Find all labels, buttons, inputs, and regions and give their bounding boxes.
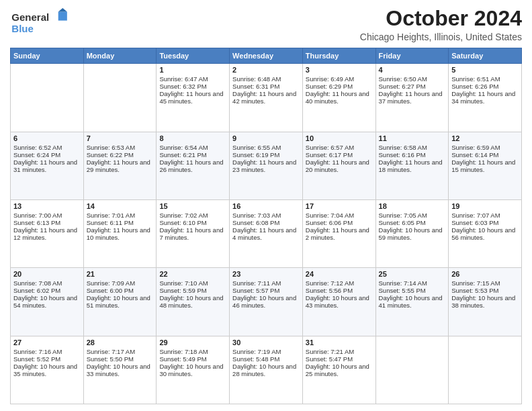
day-cell: 6Sunrise: 6:52 AMSunset: 6:24 PMDaylight…: [11, 132, 84, 199]
sunrise-text: Sunrise: 6:52 AM: [13, 144, 81, 151]
sunset-text: Sunset: 6:03 PM: [451, 219, 519, 226]
sunrise-text: Sunrise: 7:10 AM: [159, 279, 226, 287]
sunset-text: Sunset: 6:16 PM: [379, 151, 446, 158]
day-number: 6: [13, 134, 81, 142]
day-cell: 25Sunrise: 7:14 AMSunset: 5:55 PMDayligh…: [375, 268, 449, 336]
week-row-3: 13Sunrise: 7:00 AMSunset: 6:13 PMDayligh…: [11, 199, 522, 267]
day-cell: [11, 64, 84, 132]
daylight-text: Daylight: 11 hours and 12 minutes.: [13, 226, 81, 241]
day-number: 21: [87, 270, 154, 278]
sunrise-text: Sunrise: 6:51 AM: [451, 75, 519, 83]
day-cell: 21Sunrise: 7:09 AMSunset: 6:00 PMDayligh…: [83, 268, 157, 336]
day-cell: 29Sunrise: 7:18 AMSunset: 5:49 PMDayligh…: [157, 336, 230, 404]
sunset-text: Sunset: 6:31 PM: [232, 83, 300, 90]
day-cell: 7Sunrise: 6:53 AMSunset: 6:22 PMDaylight…: [83, 132, 157, 199]
daylight-text: Daylight: 11 hours and 29 minutes.: [87, 158, 154, 173]
week-row-2: 6Sunrise: 6:52 AMSunset: 6:24 PMDaylight…: [11, 132, 522, 199]
week-row-5: 27Sunrise: 7:16 AMSunset: 5:52 PMDayligh…: [11, 336, 522, 404]
sunrise-text: Sunrise: 6:54 AM: [159, 144, 226, 151]
day-cell: 30Sunrise: 7:19 AMSunset: 5:48 PMDayligh…: [230, 336, 303, 404]
col-header-thursday: Thursday: [302, 48, 375, 64]
daylight-text: Daylight: 10 hours and 28 minutes.: [232, 363, 300, 377]
day-cell: 26Sunrise: 7:15 AMSunset: 5:53 PMDayligh…: [449, 268, 522, 336]
day-number: 22: [159, 270, 226, 278]
daylight-text: Daylight: 11 hours and 45 minutes.: [159, 90, 226, 105]
day-cell: 14Sunrise: 7:01 AMSunset: 6:11 PMDayligh…: [83, 199, 157, 267]
sunset-text: Sunset: 5:55 PM: [379, 287, 446, 294]
sunset-text: Sunset: 6:08 PM: [232, 219, 300, 226]
sunrise-text: Sunrise: 6:49 AM: [306, 75, 373, 83]
sunset-text: Sunset: 6:06 PM: [306, 219, 373, 226]
day-number: 5: [451, 66, 519, 74]
sunrise-text: Sunrise: 7:12 AM: [306, 279, 373, 287]
daylight-text: Daylight: 10 hours and 51 minutes.: [87, 294, 154, 309]
day-number: 18: [379, 202, 446, 210]
page: General Blue October 2024 Chicago Height…: [0, 0, 532, 411]
sunrise-text: Sunrise: 7:16 AM: [13, 348, 81, 355]
day-cell: 5Sunrise: 6:51 AMSunset: 6:26 PMDaylight…: [449, 64, 522, 132]
daylight-text: Daylight: 11 hours and 10 minutes.: [87, 226, 154, 241]
sunrise-text: Sunrise: 7:19 AM: [232, 348, 300, 355]
day-cell: 8Sunrise: 6:54 AMSunset: 6:21 PMDaylight…: [157, 132, 230, 199]
daylight-text: Daylight: 11 hours and 40 minutes.: [306, 90, 373, 105]
sunset-text: Sunset: 6:00 PM: [87, 287, 154, 294]
logo-svg: General Blue: [10, 7, 71, 37]
day-cell: 1Sunrise: 6:47 AMSunset: 6:32 PMDaylight…: [157, 64, 230, 132]
sunrise-text: Sunrise: 6:48 AM: [232, 75, 300, 83]
header: General Blue October 2024 Chicago Height…: [10, 7, 522, 42]
daylight-text: Daylight: 10 hours and 46 minutes.: [232, 294, 300, 309]
day-number: 23: [232, 270, 300, 278]
svg-marker-1: [58, 12, 67, 21]
sunset-text: Sunset: 5:52 PM: [13, 355, 81, 363]
day-cell: 27Sunrise: 7:16 AMSunset: 5:52 PMDayligh…: [11, 336, 84, 404]
sunset-text: Sunset: 5:56 PM: [306, 287, 373, 294]
sunrise-text: Sunrise: 7:09 AM: [87, 279, 154, 287]
day-cell: [375, 336, 449, 404]
sunset-text: Sunset: 6:22 PM: [87, 151, 154, 158]
sunrise-text: Sunrise: 6:55 AM: [232, 144, 300, 151]
sunset-text: Sunset: 6:17 PM: [306, 151, 373, 158]
day-number: 16: [232, 202, 300, 210]
day-number: 19: [451, 202, 519, 210]
sunrise-text: Sunrise: 7:11 AM: [232, 279, 300, 287]
day-number: 27: [13, 338, 81, 347]
title-block: October 2024 Chicago Heights, Illinois, …: [360, 7, 522, 42]
day-cell: 13Sunrise: 7:00 AMSunset: 6:13 PMDayligh…: [11, 199, 84, 267]
day-cell: 3Sunrise: 6:49 AMSunset: 6:29 PMDaylight…: [302, 64, 375, 132]
sunset-text: Sunset: 5:49 PM: [159, 355, 226, 363]
day-number: 8: [159, 134, 226, 142]
day-cell: 15Sunrise: 7:02 AMSunset: 6:10 PMDayligh…: [157, 199, 230, 267]
sunset-text: Sunset: 6:13 PM: [13, 219, 81, 226]
daylight-text: Daylight: 10 hours and 54 minutes.: [13, 294, 81, 309]
daylight-text: Daylight: 11 hours and 20 minutes.: [306, 158, 373, 173]
sunrise-text: Sunrise: 7:21 AM: [306, 348, 373, 355]
day-cell: 2Sunrise: 6:48 AMSunset: 6:31 PMDaylight…: [230, 64, 303, 132]
day-number: 9: [232, 134, 300, 142]
day-number: 13: [13, 202, 81, 210]
daylight-text: Daylight: 10 hours and 43 minutes.: [306, 294, 373, 309]
daylight-text: Daylight: 10 hours and 59 minutes.: [379, 226, 446, 241]
sunrise-text: Sunrise: 7:18 AM: [159, 348, 226, 355]
sunrise-text: Sunrise: 6:47 AM: [159, 75, 226, 83]
daylight-text: Daylight: 10 hours and 38 minutes.: [451, 294, 519, 309]
daylight-text: Daylight: 11 hours and 23 minutes.: [232, 158, 300, 173]
daylight-text: Daylight: 11 hours and 26 minutes.: [159, 158, 226, 173]
day-cell: 24Sunrise: 7:12 AMSunset: 5:56 PMDayligh…: [302, 268, 375, 336]
col-header-tuesday: Tuesday: [157, 48, 230, 64]
sunrise-text: Sunrise: 7:08 AM: [13, 279, 81, 287]
sunset-text: Sunset: 6:02 PM: [13, 287, 81, 294]
daylight-text: Daylight: 11 hours and 15 minutes.: [451, 158, 519, 173]
daylight-text: Daylight: 10 hours and 48 minutes.: [159, 294, 226, 309]
sunrise-text: Sunrise: 7:05 AM: [379, 212, 446, 219]
day-cell: 9Sunrise: 6:55 AMSunset: 6:19 PMDaylight…: [230, 132, 303, 199]
daylight-text: Daylight: 10 hours and 25 minutes.: [306, 363, 373, 377]
day-number: 4: [379, 66, 446, 74]
day-cell: 4Sunrise: 6:50 AMSunset: 6:27 PMDaylight…: [375, 64, 449, 132]
sunset-text: Sunset: 5:48 PM: [232, 355, 300, 363]
daylight-text: Daylight: 10 hours and 33 minutes.: [87, 363, 154, 377]
sunset-text: Sunset: 6:10 PM: [159, 219, 226, 226]
calendar-table: SundayMondayTuesdayWednesdayThursdayFrid…: [10, 48, 522, 404]
daylight-text: Daylight: 11 hours and 42 minutes.: [232, 90, 300, 105]
daylight-text: Daylight: 10 hours and 56 minutes.: [451, 226, 519, 241]
day-cell: 22Sunrise: 7:10 AMSunset: 5:59 PMDayligh…: [157, 268, 230, 336]
